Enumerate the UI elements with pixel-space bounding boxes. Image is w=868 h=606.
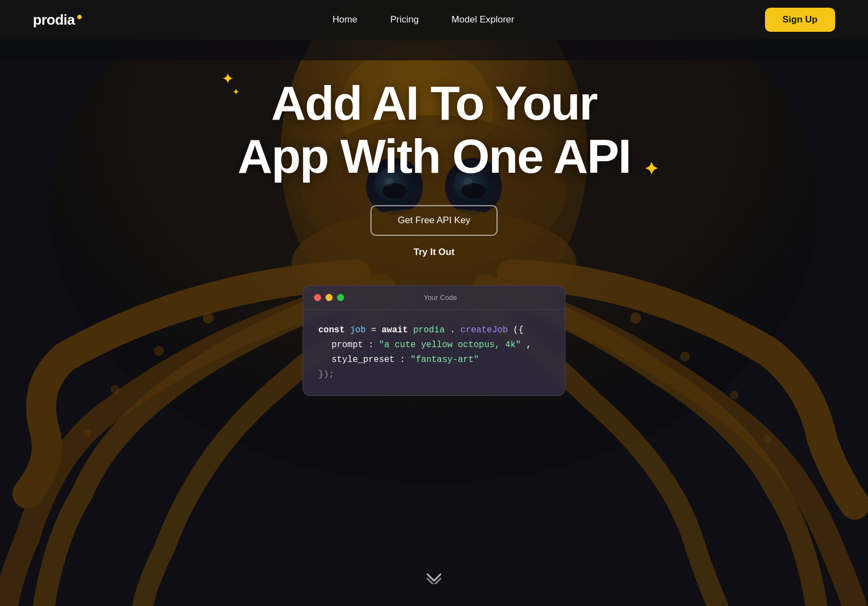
- signup-button[interactable]: Sign Up: [765, 8, 835, 32]
- nav-link-pricing[interactable]: Pricing: [390, 14, 419, 25]
- code-var-job: job: [350, 325, 366, 335]
- code-func-prodia: prodia: [413, 325, 445, 335]
- code-line-4: });: [318, 367, 550, 382]
- hero-title: Add AI To Your App With One API ✦: [238, 77, 631, 183]
- hero-title-line2: App With One API: [238, 129, 631, 183]
- code-window: Your Code const job = await prodia . cre…: [302, 285, 566, 397]
- window-dot-red: [314, 294, 321, 301]
- try-it-out-link[interactable]: Try It Out: [414, 247, 455, 258]
- navbar: prodia Home Pricing Model Explorer Sign …: [0, 0, 868, 39]
- nav-links: Home Pricing Model Explorer: [333, 14, 515, 25]
- code-titlebar: Your Code: [303, 286, 565, 310]
- code-line-2: prompt : "a cute yellow octopus, 4k" ,: [318, 338, 550, 353]
- code-window-title: Your Code: [327, 293, 554, 302]
- nav-item-model-explorer[interactable]: Model Explorer: [452, 14, 514, 25]
- scroll-indicator[interactable]: [426, 573, 442, 584]
- sparkle-top-left: ✦: [221, 71, 234, 87]
- code-string-prompt-val: "a cute yellow octopus, 4k": [379, 340, 521, 350]
- logo[interactable]: prodia: [33, 12, 82, 29]
- code-keyword-const: const: [318, 325, 345, 335]
- logo-dot: [77, 15, 82, 19]
- nav-link-home[interactable]: Home: [333, 14, 357, 25]
- code-string-style-val: "fantasy-art": [410, 355, 479, 365]
- nav-item-home[interactable]: Home: [333, 14, 357, 25]
- sparkle-top-left-small: ✦: [232, 88, 239, 97]
- code-line-3: style_preset : "fantasy-art": [318, 353, 550, 367]
- code-key-prompt: prompt: [332, 340, 363, 350]
- hero-title-wrap: ✦ ✦ Add AI To Your App With One API ✦: [238, 77, 631, 183]
- code-line-1: const job = await prodia . createJob ({: [318, 323, 550, 338]
- get-api-key-button[interactable]: Get Free API Key: [370, 205, 498, 236]
- hero-section: ✦ ✦ Add AI To Your App With One API ✦ Ge…: [0, 0, 868, 606]
- sparkle-bottom-right: ✦: [644, 160, 658, 178]
- code-key-style: style_preset: [332, 355, 395, 365]
- nav-link-model-explorer[interactable]: Model Explorer: [452, 14, 514, 25]
- logo-text: prodia: [33, 12, 75, 29]
- code-close: });: [318, 370, 334, 380]
- code-func-createjob: createJob: [460, 325, 507, 335]
- hero-content: ✦ ✦ Add AI To Your App With One API ✦ Ge…: [0, 0, 868, 606]
- code-keyword-await: await: [381, 325, 408, 335]
- scroll-chevron-icon: [426, 573, 442, 584]
- nav-item-pricing[interactable]: Pricing: [390, 14, 419, 25]
- code-body: const job = await prodia . createJob ({ …: [303, 310, 565, 396]
- hero-title-line1: Add AI To Your: [271, 76, 597, 130]
